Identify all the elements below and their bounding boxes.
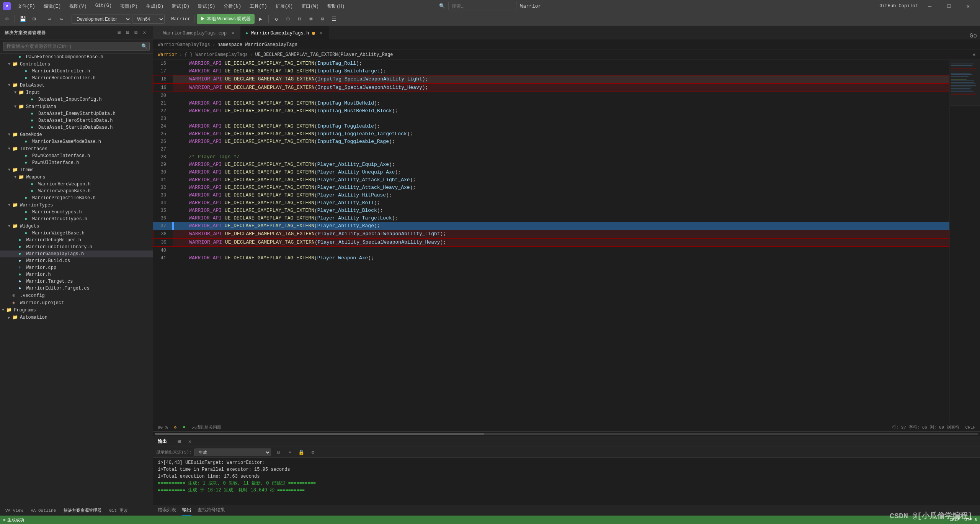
tree-item-dataasset[interactable]: ▼ 📁 DataAsset [0,82,153,89]
menu-window[interactable]: 窗口(W) [297,2,323,11]
toolbar-btn4[interactable]: ⊡ [317,14,328,25]
menu-git[interactable]: Git(G) [91,2,116,11]
platform-dropdown[interactable]: Win64 [132,15,165,24]
crlf-label[interactable]: CRLF [965,425,975,430]
toolbar-btn1[interactable]: ⊞ [283,14,293,25]
menu-build[interactable]: 生成(B) [142,2,168,11]
tree-item-programs[interactable]: ▼ 📁 Programs [0,306,153,314]
tree-item-base-startup[interactable]: ● DataAsset_StartUpDataBase.h [0,124,153,131]
go-right-icon[interactable]: Go [970,33,977,39]
tab-git-changes[interactable]: Git 更改 [107,506,130,515]
tree-item-interfaces[interactable]: ▼ 📁 Interfaces [0,145,153,152]
menu-extend[interactable]: 扩展(X) [272,2,297,11]
output-settings[interactable]: ⚙ [309,448,317,457]
tree-item-warrior-editor-target[interactable]: ● WarriorEditor.Target.cs [0,285,153,292]
tree-item-input[interactable]: ▼ 📁 Input [0,89,153,96]
expand-icon[interactable]: ⊕ [973,52,975,57]
menu-help[interactable]: 帮助(H) [323,2,349,11]
tree-item-weapons[interactable]: ▼ 📁 Weapons [0,174,153,181]
toolbar-btn5[interactable]: ☲ [328,14,339,25]
tree-item-warrior-h[interactable]: ● Warrior.h [0,271,153,278]
h-scroll-thumb[interactable] [155,433,484,435]
h-scrollbar[interactable] [153,431,980,436]
tree-item-hero-startup[interactable]: ● DataAsset_HeroStartUpData.h [0,117,153,124]
github-label[interactable]: GitHub Copilot [879,3,918,9]
tab-error-list[interactable]: 错误列表 [158,505,176,516]
tree-item-widget-base[interactable]: ● WarriorWidgetBase.h [0,230,153,237]
breadcrumb-namespace[interactable]: namespace WarriorGameplayTags [217,42,297,47]
tree-item-combat-interface[interactable]: ● PawnCombatInterface.h [0,152,153,159]
tree-item-struct-types[interactable]: ● WarriorStructTypes.h [0,216,153,223]
run-button[interactable]: ▶ 本地 Windows 调试器 [197,14,255,24]
toolbar-run2[interactable]: ▶ [255,14,266,25]
code-editor[interactable]: 16 WARRIOR_API UE_DECLARE_GAMEPLAY_TAG_E… [153,60,949,423]
minimize-button[interactable]: — [921,0,939,12]
menu-edit[interactable]: 编辑(E) [40,2,65,11]
tree-item-warrior-ai[interactable]: ● WarriorAIController.h [0,68,153,75]
sync-icon[interactable]: ⊞ [116,29,123,36]
tree-item-warrior-target[interactable]: ● Warrior.Target.cs [0,278,153,285]
tree-item-warrior-cpp[interactable]: + Warrior.cpp [0,264,153,271]
tree-item-debug[interactable]: ● WarriorDebugHelper.h [0,237,153,244]
tree-item-uproject[interactable]: ◈ Warrior.uproject [0,299,153,306]
tree-item-controllers[interactable]: ▼ 📁 Controllers [0,61,153,68]
search-input[interactable] [448,2,517,10]
h-scroll-track[interactable] [155,433,978,435]
tree-item-gamemode[interactable]: ▼ 📁 GameMode [0,131,153,138]
menu-tools[interactable]: 工具(T) [246,2,271,11]
collapse-icon[interactable]: ⊠ [133,29,140,36]
toolbar-refresh[interactable]: ↻ [271,14,282,25]
tree-item-warrior-build[interactable]: ● Warrior.Build.cs [0,257,153,264]
tab-va-view[interactable]: VA View [3,507,25,514]
tree-item-items[interactable]: ▼ 📁 Items [0,166,153,174]
tree-item-pawn[interactable]: ● PawnExtensionComponentBase.h [0,54,153,61]
panel-maximize[interactable]: ⊞ [175,437,184,446]
tree-item-function-lib[interactable]: ● WarriorFunctionLibrary.h [0,244,153,251]
menu-analyze[interactable]: 分析(N) [220,2,245,11]
tab-gameplay-tags-h[interactable]: ● WarriorGameplayTags.h ✕ [241,26,329,39]
toolbar-btn3[interactable]: ⊠ [305,14,316,25]
tree-item-base-gamemode[interactable]: ● WarriorBaseGameModeBase.h [0,138,153,145]
output-source-select[interactable]: 生成 [194,449,271,456]
build-config-dropdown[interactable]: Development Editor [72,15,131,24]
toolbar-saveall[interactable]: ⊞ [29,14,39,25]
tree-item-weapon-base[interactable]: ● WarriorWeaponBase.h [0,188,153,195]
tab-gameplay-tags-cpp[interactable]: + WarriorGameplayTags.cpp ✕ [153,26,241,39]
tree-item-warrior-types[interactable]: ▼ 📁 WarriorTypes [0,201,153,209]
new-folder-icon[interactable]: ⊟ [124,29,131,36]
tree-item-projectile[interactable]: ● WarriorProjectileBase.h [0,195,153,201]
menu-view[interactable]: 视图(V) [65,2,91,11]
tree-item-widgets[interactable]: ▼ 📁 Widgets [0,223,153,230]
maximize-button[interactable]: □ [940,0,958,12]
tree-item-dataasset-input[interactable]: ● DataAsset_InputConfig.h [0,96,153,103]
toolbar-new[interactable]: ⊕ [2,14,12,25]
tree-item-startup[interactable]: ▼ 📁 StartUpData [0,103,153,110]
menu-debug[interactable]: 调试(D) [168,2,193,11]
tab-close-cpp[interactable]: ✕ [230,30,236,36]
toolbar-undo[interactable]: ↩ [44,14,55,25]
breadcrumb-warrior[interactable]: Warrior [158,52,177,57]
output-lock[interactable]: 🔒 [297,448,305,457]
close-button[interactable]: ✕ [959,0,977,12]
menu-file[interactable]: 文件(F) [14,2,39,11]
tab-close-h[interactable]: ✕ [318,30,324,36]
tree-item-gameplay-tags[interactable]: ● WarriorGameplayTags.h [0,251,153,257]
panel-close[interactable]: ✕ [185,437,194,446]
tree-item-vsconfig[interactable]: ⚙ .vsconfig [0,292,153,299]
sidebar-search-input[interactable] [3,42,150,51]
zoom-level[interactable]: 90 % [158,425,168,430]
breadcrumb-declare[interactable]: UE_DECLARE_GAMEPLAY_TAG_EXTERN(Player_Ab… [255,52,393,57]
toolbar-save[interactable]: 💾 [17,14,28,25]
toolbar-redo[interactable]: ↪ [56,14,67,25]
menu-test[interactable]: 测试(S) [194,2,219,11]
tab-find-symbols[interactable]: 查找符号结果 [198,505,225,516]
tree-item-hero-weapon[interactable]: ● WarriorHeroWeapon.h [0,181,153,188]
build-success-item[interactable]: ⊕ 生成成功 [3,517,24,523]
breadcrumb-braces[interactable]: { } WarriorGameplayTags [185,52,248,57]
tab-solution-explorer[interactable]: 解决方案资源管理器 [61,506,104,515]
tree-item-warrior-hero[interactable]: ● WarriorHeroController.h [0,75,153,82]
tree-item-enemy-startup[interactable]: ● DataAsset_EnemyStartUpData.h [0,110,153,117]
output-clear[interactable]: ⊟ [274,448,283,457]
tree-item-automation[interactable]: ▶ 📁 Automation [0,314,153,321]
tree-item-ui-interface[interactable]: ● PawnUIInterface.h [0,159,153,166]
